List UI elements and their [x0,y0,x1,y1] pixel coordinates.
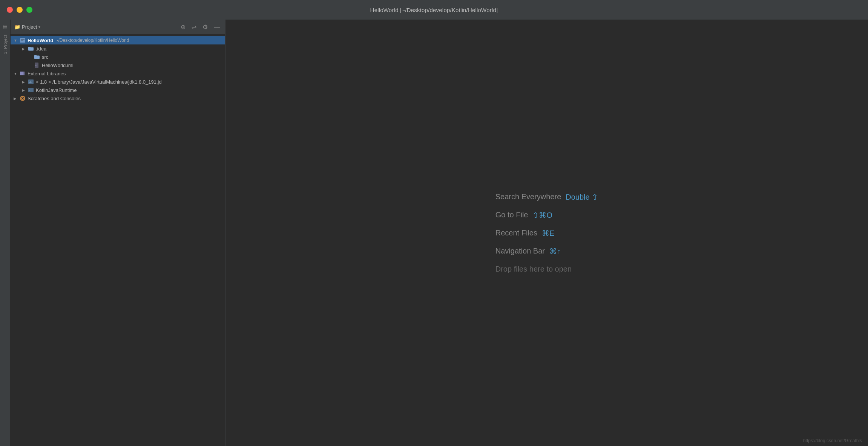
dropdown-icon[interactable]: ▾ [38,25,40,29]
tree-item-scratches[interactable]: ▶ Scratches and Consoles [11,94,225,102]
settings-icon[interactable]: ⚙ [201,23,209,31]
arrow-icon: ▼ [14,38,20,43]
tree-item-name: src [42,54,48,60]
close-button[interactable] [7,7,13,13]
sidebar-tab-icon: ▤ [3,23,8,29]
project-toolbar: 📁 Project ▾ ⊕ ⇌ ⚙ — [11,20,225,35]
shortcut-label: Navigation Bar [495,247,545,255]
shortcut-navigation-bar: Navigation Bar ⌘↑ [495,247,561,256]
tree-item-kotlin-runtime[interactable]: ▶ kt KotlinJavaRuntime [11,86,225,94]
svg-rect-5 [20,72,21,75]
svg-rect-1 [21,39,25,40]
tree-item-name: Scratches and Consoles [28,96,81,101]
layout-icon[interactable]: ⇌ [190,23,198,31]
main-layout: ▤ 1: Project 📁 Project ▾ ⊕ ⇌ ⚙ — ▼ [0,20,868,446]
arrow-icon: ▶ [14,96,20,101]
arrow-icon: ▶ [22,80,28,84]
arrow-icon: ▼ [14,72,20,76]
scratch-icon [20,95,26,101]
arrow-icon: ▶ [22,47,28,51]
tree-item-name: External Libraries [28,71,66,76]
minimize-button[interactable] [17,7,23,13]
svg-rect-8 [23,72,24,75]
module-icon [20,37,26,43]
iml-icon: iml [34,62,40,68]
project-panel: 📁 Project ▾ ⊕ ⇌ ⚙ — ▼ HelloWorld ~/Desk [11,20,225,446]
tree-item-external-libraries[interactable]: ▼ External Libraries [11,69,225,78]
add-icon[interactable]: ⊕ [179,23,187,31]
folder-icon: 📁 [14,24,20,30]
project-toolbar-label[interactable]: 📁 Project ▾ [14,24,40,30]
tree-item-helloworld-root[interactable]: ▼ HelloWorld ~/Desktop/develop/Kotlin/He… [11,36,225,44]
tree-item-name: .idea [36,46,46,52]
shortcut-go-to-file: Go to File ⇧⌘O [495,211,552,220]
sidebar-tab-label[interactable]: 1: Project [3,32,8,57]
title-bar: HelloWorld [~/Desktop/develop/Kotlin/Hel… [0,0,868,20]
arrow-icon: ▶ [22,88,28,92]
shortcut-drop-files: Drop files here to open [495,265,572,273]
window-title: HelloWorld [~/Desktop/develop/Kotlin/Hel… [370,7,498,13]
tree-item-name: HelloWorld [28,38,53,43]
tree-item-name: < 1.8 > /Library/Java/JavaVirtualMachine… [36,79,162,85]
tree-item-name: KotlinJavaRuntime [36,87,77,93]
folder-icon [28,46,34,52]
svg-rect-6 [21,72,22,75]
shortcut-keys: ⌘↑ [549,247,561,256]
tree-item-path: ~/Desktop/develop/Kotlin/HelloWorld [55,38,129,43]
bottom-bar: https://blog.csdn.net/Greathls [797,435,868,446]
library-icon [20,70,26,76]
url-text: https://blog.csdn.net/Greathls [803,438,862,443]
shortcut-label: Go to File [495,211,528,219]
main-content: Search Everywhere Double ⇧ Go to File ⇧⌘… [225,20,868,446]
tree-item-helloworld-iml[interactable]: ▶ iml HelloWorld.iml [11,61,225,69]
kotlin-icon: kt [28,87,34,93]
shortcuts-panel: Search Everywhere Double ⇧ Go to File ⇧⌘… [495,192,598,273]
traffic-lights [7,7,32,13]
minimize-panel-icon[interactable]: — [212,23,221,31]
file-tree[interactable]: ▼ HelloWorld ~/Desktop/develop/Kotlin/He… [11,35,225,446]
shortcut-recent-files: Recent Files ⌘E [495,229,555,238]
folder-icon [34,54,40,60]
shortcut-label: Recent Files [495,229,537,237]
svg-rect-9 [25,72,25,75]
tree-item-src[interactable]: ▶ src [11,53,225,61]
tree-item-jdk[interactable]: ▶ jdk < 1.8 > /Library/Java/JavaVirtualM… [11,78,225,86]
maximize-button[interactable] [26,7,32,13]
drop-files-label: Drop files here to open [495,265,572,273]
shortcut-search-everywhere: Search Everywhere Double ⇧ [495,192,598,202]
sidebar-tab[interactable]: ▤ 1: Project [0,20,11,446]
jdk-icon: jdk [28,79,34,85]
svg-text:kt: kt [29,89,31,92]
shortcut-keys: ⌘E [542,229,554,238]
svg-rect-7 [22,72,23,75]
shortcut-keys: ⇧⌘O [532,211,552,220]
svg-rect-2 [21,40,23,41]
shortcut-keys: Double ⇧ [566,192,598,202]
shortcut-label: Search Everywhere [495,192,561,201]
svg-text:jdk: jdk [28,81,32,83]
svg-text:iml: iml [35,64,37,66]
tree-item-name: HelloWorld.iml [42,63,74,68]
tree-item-idea[interactable]: ▶ .idea [11,44,225,53]
